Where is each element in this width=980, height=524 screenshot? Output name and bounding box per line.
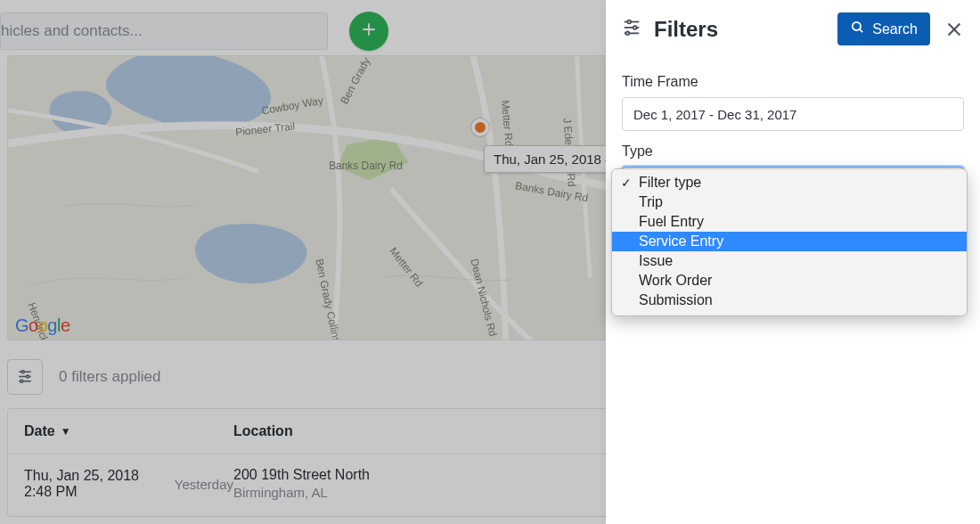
time-frame-label: Time Frame [622, 74, 964, 90]
svg-point-13 [853, 22, 861, 30]
type-option-filter-type[interactable]: Filter type [612, 173, 967, 192]
type-option-issue[interactable]: Issue [612, 251, 967, 271]
sliders-icon [622, 17, 641, 42]
filters-applied-label: 0 filters applied [59, 368, 160, 386]
search-icon [850, 20, 865, 38]
apply-search-label: Search [872, 21, 918, 37]
add-button[interactable] [349, 12, 388, 51]
svg-point-10 [633, 26, 637, 29]
svg-line-14 [860, 29, 862, 32]
global-search-input[interactable]: hicles and contacts... [0, 12, 328, 50]
cell-date-main: Thu, Jan 25, 2018 2:48 PM [24, 468, 169, 500]
svg-point-8 [627, 20, 631, 23]
sliders-icon [17, 367, 33, 387]
type-option-submission[interactable]: Submission [612, 291, 967, 310]
filters-panel-title: Filters [654, 17, 718, 42]
type-dropdown: Filter type Trip Fuel Entry Service Entr… [611, 168, 968, 316]
svg-point-4 [27, 375, 29, 378]
map-marker[interactable] [471, 119, 489, 136]
sort-desc-icon: ▼ [61, 425, 71, 438]
close-icon [944, 27, 964, 42]
road-label: Banks Dairy Rd [329, 160, 403, 172]
open-filters-button[interactable] [7, 359, 43, 395]
column-header-location-label: Location [233, 423, 293, 438]
column-header-date[interactable]: Date ▼ [24, 423, 233, 439]
column-header-date-label: Date [24, 423, 55, 439]
svg-point-2 [21, 371, 24, 373]
cell-date-sub: Yesterday [175, 477, 233, 492]
type-option-work-order[interactable]: Work Order [612, 271, 967, 291]
search-placeholder: hicles and contacts... [1, 22, 143, 40]
svg-point-12 [626, 31, 630, 35]
type-option-trip[interactable]: Trip [612, 192, 967, 212]
svg-point-6 [20, 380, 23, 382]
type-select[interactable]: Filter type Trip Fuel Entry Service Entr… [622, 167, 964, 201]
type-label: Type [622, 143, 964, 160]
filters-panel: Filters Search Time Frame Dec 1, 2017 - … [606, 0, 980, 524]
type-option-service-entry[interactable]: Service Entry [612, 232, 967, 251]
time-frame-input[interactable]: Dec 1, 2017 - Dec 31, 2017 [622, 97, 964, 131]
filters-panel-header: Filters Search [606, 0, 980, 53]
plus-icon [360, 20, 378, 42]
time-frame-value: Dec 1, 2017 - Dec 31, 2017 [633, 107, 796, 122]
google-logo: Google [15, 315, 70, 336]
close-panel-button[interactable] [944, 20, 964, 39]
type-option-fuel-entry[interactable]: Fuel Entry [612, 212, 967, 232]
apply-search-button[interactable]: Search [837, 12, 930, 45]
